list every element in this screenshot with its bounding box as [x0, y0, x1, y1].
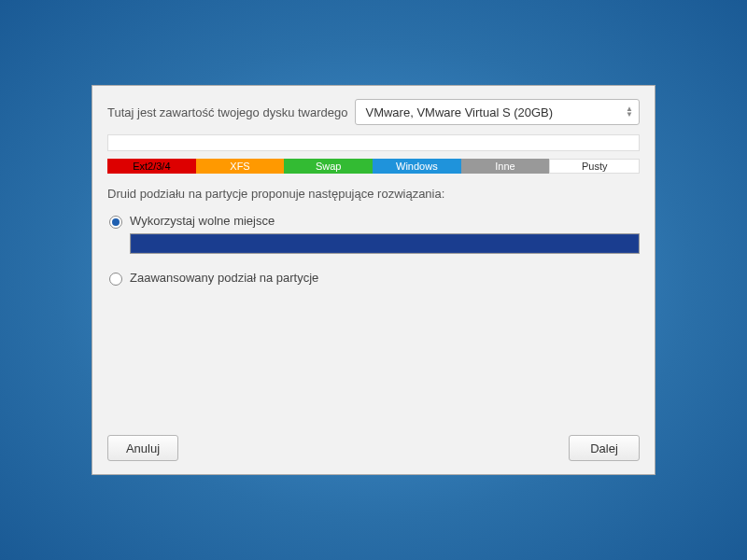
partition-legend: Ext2/3/4 XFS Swap Windows Inne Pusty	[107, 159, 640, 174]
partitioning-dialog: Tutaj jest zawartość twojego dysku tward…	[92, 85, 655, 475]
cancel-button[interactable]: Anuluj	[107, 435, 178, 461]
option-advanced-content: Zaawansowany podział na partycje	[130, 271, 640, 290]
legend-swap: Swap	[284, 159, 373, 174]
next-button[interactable]: Dalej	[569, 435, 640, 461]
legend-xfs: XFS	[196, 159, 285, 174]
radio-advanced[interactable]	[109, 273, 122, 286]
disk-select[interactable]: VMware, VMware Virtual S (20GB) ▲▼	[355, 99, 640, 125]
legend-empty: Pusty	[549, 159, 640, 174]
option-advanced-label: Zaawansowany podział na partycje	[130, 271, 640, 285]
legend-windows: Windows	[373, 159, 461, 174]
option-use-free-content: Wykorzystaj wolne miejsce	[130, 214, 640, 254]
disk-usage-bar	[107, 134, 640, 151]
legend-other: Inne	[461, 159, 550, 174]
disk-label: Tutaj jest zawartość twojego dysku tward…	[107, 105, 347, 119]
button-row: Anuluj Dalej	[107, 435, 640, 461]
chevron-updown-icon: ▲▼	[626, 106, 633, 118]
option-use-free-space[interactable]: Wykorzystaj wolne miejsce	[107, 214, 640, 254]
partition-preview-bar	[130, 233, 640, 254]
legend-ext: Ext2/3/4	[107, 159, 196, 174]
disk-select-value: VMware, VMware Virtual S (20GB)	[365, 105, 553, 119]
option-advanced[interactable]: Zaawansowany podział na partycje	[107, 271, 640, 290]
option-use-free-label: Wykorzystaj wolne miejsce	[130, 214, 640, 228]
disk-selector-row: Tutaj jest zawartość twojego dysku tward…	[107, 99, 640, 125]
radio-use-free[interactable]	[109, 216, 122, 229]
instruction-text: Druid podziału na partycje proponuje nas…	[107, 187, 640, 201]
